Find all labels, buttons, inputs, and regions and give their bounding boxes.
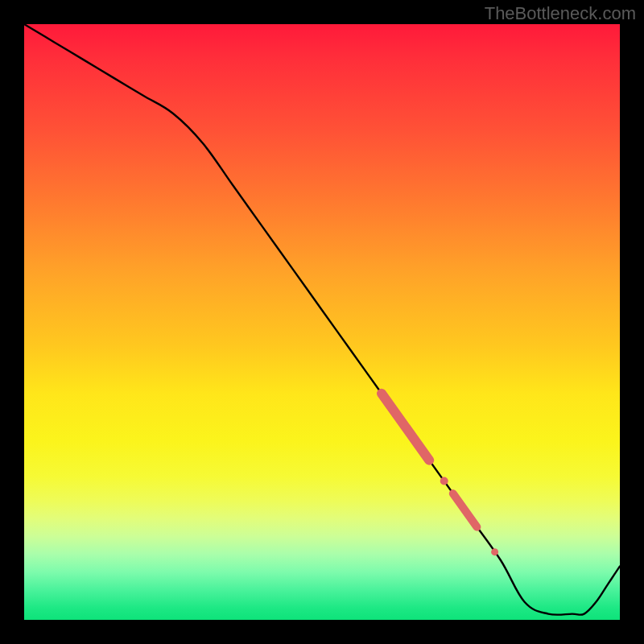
chart-svg: [24, 24, 620, 620]
chart-frame: TheBottleneck.com: [0, 0, 644, 644]
highlight-segment: [382, 394, 429, 460]
highlight-segment: [453, 493, 477, 526]
curve-line: [24, 24, 620, 615]
gradient-background: [24, 24, 620, 620]
watermark-text: TheBottleneck.com: [485, 3, 636, 24]
highlight-dot: [491, 548, 498, 555]
highlight-dot: [440, 477, 448, 485]
